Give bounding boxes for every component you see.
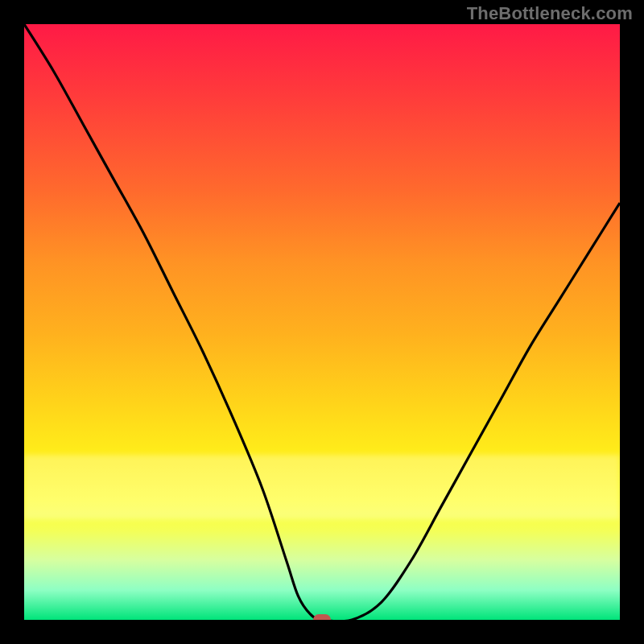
watermark-text: TheBottleneck.com (467, 3, 633, 24)
bottleneck-curve (24, 24, 620, 620)
plot-area (24, 24, 620, 620)
minimum-marker (313, 614, 331, 620)
chart-frame: TheBottleneck.com (0, 0, 644, 644)
